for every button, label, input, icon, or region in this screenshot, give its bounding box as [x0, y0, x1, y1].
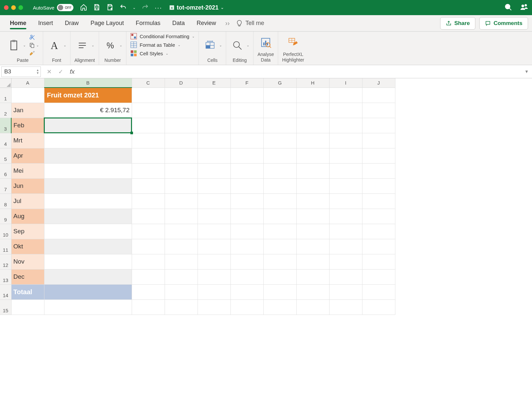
cell-A6[interactable]: Mei — [11, 163, 44, 178]
save-as-icon[interactable] — [106, 4, 114, 12]
cell[interactable] — [263, 88, 296, 103]
cell[interactable] — [263, 239, 296, 254]
cell[interactable] — [329, 284, 362, 299]
row-header-2[interactable]: 2 — [0, 103, 11, 118]
col-header-H[interactable]: H — [296, 78, 329, 88]
cell-A3[interactable]: Feb — [11, 118, 44, 133]
cell[interactable] — [198, 284, 230, 299]
chevron-down-icon[interactable]: ⌄ — [23, 43, 26, 47]
cell[interactable] — [329, 239, 362, 254]
cell[interactable] — [362, 224, 395, 239]
cell[interactable] — [329, 133, 362, 148]
chevron-down-icon[interactable]: ⌄ — [221, 5, 224, 10]
perfectxl-button[interactable] — [286, 35, 300, 50]
cell[interactable] — [263, 163, 296, 178]
paste-button[interactable] — [7, 38, 21, 53]
undo-icon[interactable] — [120, 4, 127, 12]
cell-A14[interactable]: Totaal — [11, 284, 44, 299]
chevron-down-icon[interactable]: ⌄ — [64, 43, 66, 47]
conditional-formatting-button[interactable]: Conditional Formatting ⌄ — [130, 33, 195, 39]
cell[interactable] — [132, 148, 165, 163]
cell[interactable] — [296, 133, 329, 148]
cell-B4[interactable] — [44, 133, 132, 148]
minimize-window-button[interactable] — [11, 5, 16, 10]
cell[interactable] — [263, 118, 296, 133]
cut-button[interactable] — [29, 34, 39, 41]
cell[interactable] — [132, 254, 165, 269]
cell[interactable] — [132, 193, 165, 209]
cell-B5[interactable] — [44, 148, 132, 163]
cell-A15[interactable] — [11, 299, 44, 315]
cell[interactable] — [296, 284, 329, 299]
cell[interactable] — [296, 103, 329, 118]
cell[interactable] — [132, 239, 165, 254]
cell[interactable] — [329, 269, 362, 284]
cancel-formula-icon[interactable]: ✕ — [47, 68, 52, 75]
row-header-10[interactable]: 10 — [0, 224, 11, 239]
cell[interactable] — [165, 193, 198, 209]
share-people-icon[interactable] — [520, 3, 528, 12]
chevron-down-icon[interactable]: ⌄ — [178, 43, 180, 47]
cell-B13[interactable] — [44, 269, 132, 284]
row-header-13[interactable]: 13 — [0, 269, 11, 284]
redo-icon[interactable] — [142, 4, 149, 12]
cell[interactable] — [198, 103, 230, 118]
cell-A5[interactable]: Apr — [11, 148, 44, 163]
cell[interactable] — [329, 299, 362, 315]
row-header-3[interactable]: 3 — [0, 118, 11, 133]
cell-A8[interactable]: Jul — [11, 193, 44, 209]
cell-A12[interactable]: Nov — [11, 254, 44, 269]
cell[interactable] — [329, 193, 362, 209]
cell[interactable] — [165, 103, 198, 118]
cell[interactable] — [263, 148, 296, 163]
cell-A10[interactable]: Sep — [11, 224, 44, 239]
cell-B2[interactable]: € 2.915,72 — [44, 103, 132, 118]
cell[interactable] — [198, 163, 230, 178]
cell[interactable] — [362, 193, 395, 209]
col-header-C[interactable]: C — [132, 78, 165, 88]
cell[interactable] — [230, 88, 263, 103]
cell[interactable] — [230, 284, 263, 299]
cell[interactable] — [230, 193, 263, 209]
cell-styles-button[interactable]: Cell Styles ⌄ — [130, 50, 195, 57]
cell[interactable] — [296, 254, 329, 269]
row-header-1[interactable]: 1 — [0, 88, 11, 103]
row-header-7[interactable]: 7 — [0, 178, 11, 193]
cell-B8[interactable] — [44, 193, 132, 209]
cell[interactable] — [362, 88, 395, 103]
cell[interactable] — [132, 284, 165, 299]
tab-home[interactable]: Home — [4, 15, 32, 31]
cell[interactable] — [198, 239, 230, 254]
maximize-window-button[interactable] — [18, 5, 23, 10]
cell[interactable] — [198, 254, 230, 269]
select-all-corner[interactable] — [0, 78, 11, 88]
cell[interactable] — [329, 254, 362, 269]
tab-draw[interactable]: Draw — [59, 15, 85, 31]
cell[interactable] — [165, 88, 198, 103]
tab-review[interactable]: Review — [191, 15, 222, 31]
tab-insert[interactable]: Insert — [32, 15, 59, 31]
cell-B10[interactable] — [44, 224, 132, 239]
col-header-F[interactable]: F — [230, 78, 263, 88]
cell-A4[interactable]: Mrt — [11, 133, 44, 148]
cell[interactable] — [263, 178, 296, 193]
cell[interactable] — [165, 299, 198, 315]
alignment-button[interactable] — [75, 38, 90, 53]
cell[interactable] — [362, 284, 395, 299]
cell[interactable] — [362, 133, 395, 148]
cell-A11[interactable]: Okt — [11, 239, 44, 254]
cell-B12[interactable] — [44, 254, 132, 269]
cell[interactable] — [165, 163, 198, 178]
chevron-down-icon[interactable]: ⌄ — [120, 43, 122, 47]
cell[interactable] — [362, 148, 395, 163]
cell-B1[interactable]: Fruit omzet 2021 — [44, 88, 132, 103]
cell[interactable] — [198, 193, 230, 209]
close-window-button[interactable] — [4, 5, 9, 10]
cell[interactable] — [362, 299, 395, 315]
col-header-E[interactable]: E — [198, 78, 230, 88]
cell[interactable] — [362, 254, 395, 269]
row-header-6[interactable]: 6 — [0, 163, 11, 178]
cell[interactable] — [329, 88, 362, 103]
row-header-15[interactable]: 15 — [0, 299, 11, 315]
cell[interactable] — [132, 269, 165, 284]
